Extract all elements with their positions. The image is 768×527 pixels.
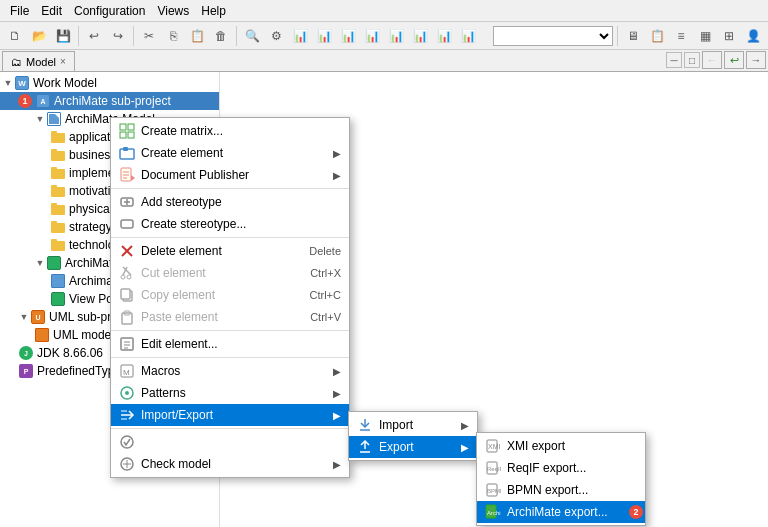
submenu-arrow-export: ▶ — [461, 442, 469, 453]
toolbar-btn-view2[interactable]: 📋 — [646, 25, 668, 47]
toolbar-btn-open[interactable]: 📂 — [28, 25, 50, 47]
ctx-doc-publisher[interactable]: Document Publisher ▶ — [111, 164, 349, 186]
tab-ctrl-maximize[interactable]: □ — [684, 52, 700, 68]
ctx-label-create-matrix: Create matrix... — [141, 124, 341, 138]
ctx-sep-1 — [111, 188, 349, 189]
ctx-icon-copy — [119, 287, 135, 303]
toolbar-btn-view6[interactable]: 👤 — [742, 25, 764, 47]
ctx-check-model[interactable] — [111, 431, 349, 453]
submenu-icon-bpmn: BPMN — [485, 482, 501, 498]
svg-text:BPMN: BPMN — [487, 488, 501, 494]
ctx-delete-element[interactable]: Delete element Delete — [111, 240, 349, 262]
ctx-patterns[interactable]: Patterns ▶ — [111, 382, 349, 404]
tree-icon-predefined: P — [18, 363, 34, 379]
submenu-bpmn-export[interactable]: BPMN BPMN export... — [477, 479, 645, 501]
toolbar-btn-find[interactable]: 🔍 — [241, 25, 263, 47]
toolbar-btn-save[interactable]: 💾 — [52, 25, 74, 47]
ctx-paste-element[interactable]: Paste element Ctrl+V — [111, 306, 349, 328]
svg-text:ReqIF: ReqIF — [487, 466, 501, 472]
tree-expand-archimate-model[interactable]: ▼ — [34, 113, 46, 125]
toolbar-btn-7[interactable]: 📊 — [337, 25, 359, 47]
submenu-reqif-export[interactable]: ReqIF ReqIF export... — [477, 457, 645, 479]
toolbar-btn-new[interactable]: 🗋 — [4, 25, 26, 47]
toolbar-btn-view[interactable]: 🖥 — [622, 25, 644, 47]
ctx-shortcut-copy: Ctrl+C — [310, 289, 341, 301]
tree-icon-jdk: J — [18, 345, 34, 361]
submenu-import[interactable]: Import ▶ — [349, 414, 477, 436]
tree-icon-archimate-model — [46, 111, 62, 127]
nav-btn-back[interactable]: ← — [702, 51, 722, 69]
tree-expand-uml-sub[interactable]: ▼ — [18, 311, 30, 323]
nav-btn-green[interactable]: ↩ — [724, 51, 744, 69]
tree-icon-uml-model — [34, 327, 50, 343]
tree-expand-root[interactable]: ▼ — [2, 77, 14, 89]
toolbar-btn-del[interactable]: 🗑 — [210, 25, 232, 47]
menu-views[interactable]: Views — [151, 2, 195, 20]
toolbar-btn-12[interactable]: 📊 — [457, 25, 479, 47]
svg-text:M: M — [123, 368, 130, 377]
toolbar-btn-11[interactable]: 📊 — [433, 25, 455, 47]
ctx-icon-paste — [119, 309, 135, 325]
tab-model-icon: 🗂 — [11, 56, 22, 68]
menu-edit[interactable]: Edit — [35, 2, 68, 20]
submenu-xmi-export[interactable]: XMI XMI export — [477, 435, 645, 457]
submenu-arrow-import: ▶ — [461, 420, 469, 431]
menu-file[interactable]: File — [4, 2, 35, 20]
ctx-label-import-export: Import/Export — [141, 408, 327, 422]
toolbar-btn-undo[interactable]: ↩ — [83, 25, 105, 47]
menu-configuration[interactable]: Configuration — [68, 2, 151, 20]
tree-item-root[interactable]: ▼ W Work Model — [0, 74, 219, 92]
tree-item-archimate-sub[interactable]: 1 A ArchiMate sub-project — [0, 92, 219, 110]
ctx-copy-element[interactable]: Copy element Ctrl+C — [111, 284, 349, 306]
toolbar-combo[interactable] — [493, 26, 613, 46]
tree-icon-archimate-v — [50, 273, 66, 289]
ctx-edit-element[interactable]: Edit element... — [111, 333, 349, 355]
tab-ctrl-minimize[interactable]: ─ — [666, 52, 682, 68]
ctx-sep-5 — [111, 428, 349, 429]
ctx-sep-2 — [111, 237, 349, 238]
ctx-create-matrix[interactable]: Create matrix... — [111, 120, 349, 142]
ctx-arrow-refinement: ▶ — [333, 459, 341, 470]
toolbar-btn-10[interactable]: 📊 — [409, 25, 431, 47]
nav-btn-fwd[interactable]: → — [746, 51, 766, 69]
ctx-create-element[interactable]: Create element ▶ — [111, 142, 349, 164]
submenu-icon-reqif: ReqIF — [485, 460, 501, 476]
toolbar-btn-6[interactable]: 📊 — [313, 25, 335, 47]
menu-help[interactable]: Help — [195, 2, 232, 20]
toolbar-btn-redo[interactable]: ↪ — [107, 25, 129, 47]
ctx-refinement[interactable]: Check model ▶ — [111, 453, 349, 475]
submenu-archimate-export[interactable]: ArchiM ArchiMate export... 2 — [477, 501, 645, 523]
toolbar-btn-view4[interactable]: ▦ — [694, 25, 716, 47]
ctx-macros[interactable]: M Macros ▶ — [111, 360, 349, 382]
ctx-import-export[interactable]: Import/Export ▶ — [111, 404, 349, 426]
toolbar-btn-copy[interactable]: ⎘ — [162, 25, 184, 47]
toolbar-btn-5[interactable]: 📊 — [289, 25, 311, 47]
toolbar-btn-view5[interactable]: ⊞ — [718, 25, 740, 47]
toolbar: 🗋 📂 💾 ↩ ↪ ✂ ⎘ 📋 🗑 🔍 ⚙ 📊 📊 📊 📊 📊 📊 📊 📊 🖥 … — [0, 22, 768, 50]
ctx-icon-check-model — [119, 434, 135, 450]
submenu-label-archimate-export: ArchiMate export... — [507, 505, 637, 519]
toolbar-btn-paste[interactable]: 📋 — [186, 25, 208, 47]
toolbar-btn-cut[interactable]: ✂ — [138, 25, 160, 47]
ctx-add-stereotype[interactable]: Add stereotype — [111, 191, 349, 213]
tree-expand-archimate-view[interactable]: ▼ — [34, 257, 46, 269]
ctx-icon-macros: M — [119, 363, 135, 379]
tab-model-close[interactable]: × — [60, 56, 66, 67]
ctx-icon-element — [119, 145, 135, 161]
svg-rect-1 — [128, 124, 134, 130]
ctx-icon-cut — [119, 265, 135, 281]
submenu-label-bpmn: BPMN export... — [507, 483, 637, 497]
svg-rect-0 — [120, 124, 126, 130]
toolbar-btn-9[interactable]: 📊 — [385, 25, 407, 47]
toolbar-btn-view3[interactable]: ≡ — [670, 25, 692, 47]
toolbar-btn-settings[interactable]: ⚙ — [265, 25, 287, 47]
ctx-create-stereotype[interactable]: Create stereotype... — [111, 213, 349, 235]
tab-model[interactable]: 🗂 Model × — [2, 51, 75, 71]
badge-1: 1 — [18, 94, 32, 108]
submenu-export[interactable]: Export ▶ — [349, 436, 477, 458]
toolbar-btn-8[interactable]: 📊 — [361, 25, 383, 47]
ctx-arrow-import-export: ▶ — [333, 410, 341, 421]
ctx-cut-element[interactable]: Cut element Ctrl+X — [111, 262, 349, 284]
ctx-icon-edit — [119, 336, 135, 352]
tab-model-label: Model — [26, 56, 56, 68]
